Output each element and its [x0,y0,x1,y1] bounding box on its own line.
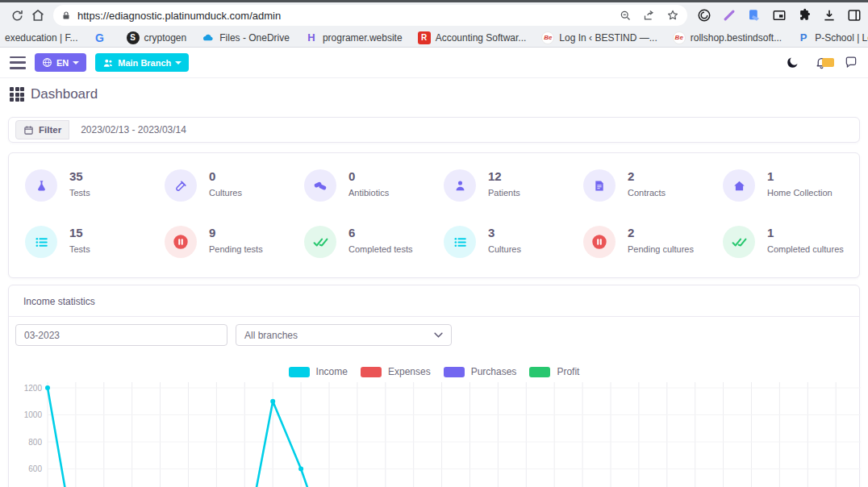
branch-select-value: All branches [244,330,298,341]
dark-mode-moon-icon[interactable] [786,56,799,69]
stat-antibiotics: 0 Antibiotics [294,169,434,202]
bookmark-onedrive[interactable]: Files - OneDrive [202,31,290,44]
filter-label-box: Filter [15,120,69,139]
pills-icon [304,169,336,202]
chat-icon[interactable] [844,56,858,69]
bookmark-label: Log In ‹ BESTIND —... [559,32,657,44]
svg-text:600: 600 [28,464,42,473]
svg-text:1200: 1200 [24,384,43,393]
vial-icon [165,169,197,202]
svg-text:1000: 1000 [24,410,43,419]
bookmark-label: Files - OneDrive [219,32,290,44]
bookmark-google[interactable]: G [94,31,111,44]
calendar-icon [23,125,34,135]
stat-value: 15 [69,226,90,240]
side-panel-icon[interactable] [847,8,862,23]
users-icon [102,58,114,68]
notifications-bell-icon[interactable] [815,56,828,69]
bookmark-accounting-software[interactable]: R Accounting Softwar... [418,31,527,44]
bookmark-programer-website[interactable]: H programer.website [305,31,403,44]
contract-icon [583,169,616,202]
stat-value: 1 [767,226,844,240]
dashboard-grid-icon [10,87,24,102]
branch-select[interactable]: All branches [236,324,452,346]
chevron-down-icon [434,332,443,338]
stat-label: Home Collection [767,188,833,198]
stats-card: 35 Tests 0 Cultures 0 Antibiotics 12 Pa [8,152,860,278]
list-icon [444,226,476,258]
bookmark-star-icon[interactable] [666,9,679,22]
income-statistics-card: Income statistics All branches Income Ex… [8,285,860,487]
stat-value: 3 [488,226,521,240]
filter-card: Filter [8,117,860,143]
language-dropdown[interactable]: EN [35,53,86,72]
pause-icon [165,226,197,258]
accounting-favicon-icon: R [418,31,431,44]
page-title: Dashboard [31,86,98,102]
stat-value: 1 [767,169,833,184]
extension-swirl-icon[interactable] [697,8,712,23]
share-icon[interactable] [643,10,655,22]
url-text[interactable]: https://ediagnostic.platinumduck.com/adm… [77,10,613,22]
bookmark-exeducation[interactable]: exeducation | F... [5,32,78,44]
stat-contracts: 2 Contracts [574,169,713,202]
notification-badge [822,58,834,67]
bestind-favicon-icon: Be [541,31,554,44]
stat-label: Cultures [488,244,521,254]
stat-cultures-total: 3 Cultures [434,226,574,258]
language-label: EN [56,58,69,68]
stat-label: Pending tests [209,244,263,254]
home-button[interactable] [27,5,48,26]
bookmark-rollshop[interactable]: Be rollshop.bestindsoft... [673,31,782,44]
stat-label: Contracts [628,188,666,198]
stat-value: 0 [348,169,389,184]
flask-icon [25,169,57,202]
lock-icon[interactable] [61,10,71,21]
stat-label: Antibiotics [348,188,389,198]
globe-icon [42,57,52,68]
home-icon [723,169,755,202]
menu-toggle-icon[interactable] [10,56,26,69]
pause-icon [583,226,616,258]
extension-pen-icon[interactable] [722,8,737,23]
svg-text:800: 800 [28,438,42,447]
stat-home-collection: 1 Home Collection [713,169,853,202]
zoom-icon[interactable] [620,10,632,22]
picture-in-picture-icon[interactable] [772,8,787,23]
stat-completed-cultures: 1 Completed cultures [713,226,853,258]
branch-dropdown[interactable]: Main Branch [95,53,189,72]
reload-button[interactable] [6,5,27,26]
stat-label: Tests [69,244,90,254]
chevron-down-icon [175,61,182,65]
stat-value: 2 [628,226,694,240]
stat-completed-tests: 6 Completed tests [294,226,434,258]
bookmark-bestind-login[interactable]: Be Log In ‹ BESTIND —... [541,31,657,44]
bookmark-label: programer.website [323,32,403,44]
chevron-down-icon [73,61,79,65]
bookmark-label: P-School | Login [815,32,868,44]
stat-value: 2 [628,169,666,184]
stat-value: 6 [348,226,412,240]
app-header: EN Main Branch [0,48,868,78]
stat-label: Completed cultures [767,244,844,254]
address-bar[interactable]: https://ediagnostic.platinumduck.com/adm… [53,5,687,26]
month-input[interactable] [15,324,227,346]
bookmark-label: exeducation | F... [5,32,78,44]
cryptogen-favicon-icon: S [127,31,140,44]
date-range-input[interactable] [69,120,853,139]
bookmark-cryptogen[interactable]: S cryptogen [127,31,187,44]
stat-value: 9 [209,226,263,240]
stat-label: Tests [69,188,90,198]
programer-favicon-icon: H [305,31,318,44]
rollshop-favicon-icon: Be [673,31,686,44]
bookmark-pschool[interactable]: P P-School | Login [797,31,868,44]
patient-icon [444,169,476,202]
browser-toolbar: https://ediagnostic.platinumduck.com/adm… [0,2,868,28]
extensions-puzzle-icon[interactable] [797,8,812,23]
stat-value: 35 [69,169,90,184]
downloads-icon[interactable] [822,8,837,23]
extension-docs-icon[interactable] [747,8,762,23]
filter-label: Filter [39,125,61,135]
bookmark-label: cryptogen [144,32,187,44]
stat-cultures: 0 Cultures [155,169,294,202]
